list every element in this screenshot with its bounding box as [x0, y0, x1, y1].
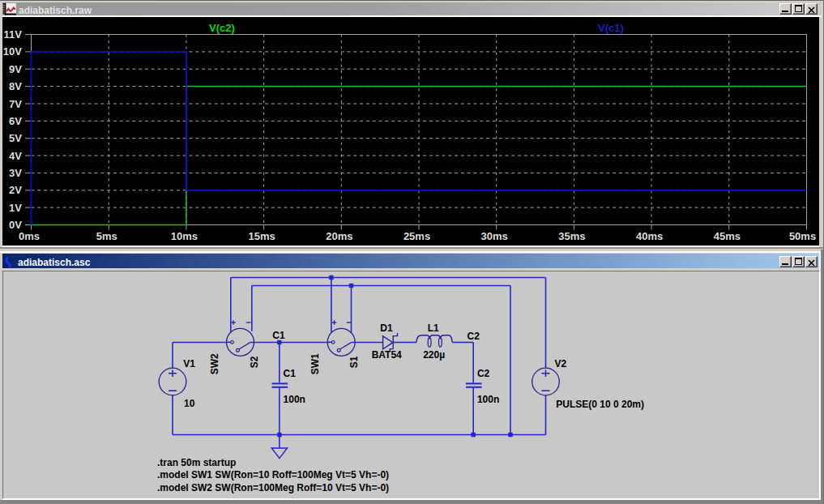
svg-text:10: 10 — [184, 398, 195, 409]
svg-text:7V: 7V — [9, 98, 22, 110]
svg-text:C1: C1 — [272, 330, 285, 341]
svg-text:25ms: 25ms — [403, 230, 430, 242]
svg-text:1V: 1V — [9, 202, 22, 214]
svg-text:BAT54: BAT54 — [372, 349, 402, 361]
svg-text:SW2: SW2 — [209, 353, 220, 374]
svg-text:35ms: 35ms — [558, 230, 585, 242]
svg-text:0ms: 0ms — [19, 230, 40, 242]
svg-text:SW1: SW1 — [310, 353, 321, 374]
svg-text:C1: C1 — [284, 368, 297, 379]
svg-text:50ms: 50ms — [789, 230, 816, 242]
svg-text:45ms: 45ms — [714, 230, 741, 242]
svg-text:S1: S1 — [348, 356, 360, 368]
svg-text:6V: 6V — [9, 115, 22, 127]
svg-text:V(c1): V(c1) — [598, 22, 624, 34]
svg-text:40ms: 40ms — [636, 230, 663, 242]
svg-text:100n: 100n — [477, 394, 499, 405]
svg-text:0V: 0V — [9, 219, 22, 231]
svg-text:C2: C2 — [477, 368, 490, 379]
svg-text:C2: C2 — [468, 331, 480, 342]
svg-text:L1: L1 — [428, 322, 439, 334]
svg-text:9V: 9V — [9, 63, 22, 75]
svg-text:D1: D1 — [380, 322, 393, 334]
svg-text:PULSE(0 10 0 20m): PULSE(0 10 0 20m) — [556, 399, 644, 410]
svg-text:V(c2): V(c2) — [209, 22, 235, 34]
svg-text:.tran 50m startup: .tran 50m startup — [157, 457, 236, 468]
svg-text:V1: V1 — [183, 358, 195, 369]
svg-text:V2: V2 — [554, 358, 566, 369]
svg-text:30ms: 30ms — [481, 230, 508, 242]
svg-text:.model SW2 SW(Ron=100Meg Roff=: .model SW2 SW(Ron=100Meg Roff=10 Vt=5 Vh… — [157, 482, 389, 493]
svg-text:5V: 5V — [9, 132, 22, 144]
svg-text:5ms: 5ms — [96, 230, 117, 242]
svg-text:3V: 3V — [9, 167, 22, 179]
svg-text:2V: 2V — [9, 184, 22, 196]
svg-text:4V: 4V — [9, 150, 22, 162]
svg-text:10V: 10V — [3, 45, 22, 58]
svg-text:S2: S2 — [249, 356, 260, 368]
svg-text:11V: 11V — [4, 28, 23, 41]
svg-text:8V: 8V — [9, 80, 22, 92]
svg-text:10ms: 10ms — [171, 230, 198, 242]
svg-text:220µ: 220µ — [423, 349, 445, 361]
svg-text:.model SW1 SW(Ron=10 Roff=100M: .model SW1 SW(Ron=10 Roff=100Meg Vt=5 Vh… — [157, 469, 389, 481]
svg-text:15ms: 15ms — [248, 230, 275, 242]
svg-text:100n: 100n — [284, 394, 305, 405]
svg-text:20ms: 20ms — [326, 230, 352, 242]
